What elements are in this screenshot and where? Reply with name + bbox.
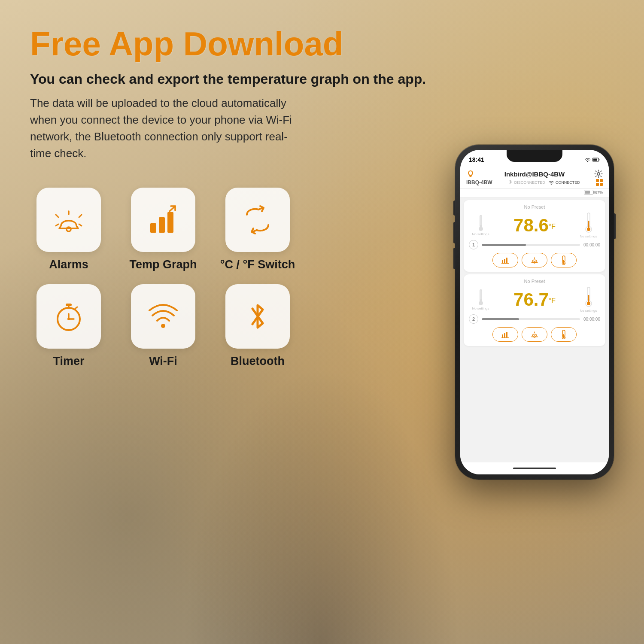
phone-outer: 18:41 <box>455 145 614 480</box>
probe-1-row: No settings 78.6°F <box>469 212 600 238</box>
probe-2-middle: 76.7°F <box>492 291 577 309</box>
svg-rect-48 <box>588 295 589 303</box>
battery-tip <box>593 191 595 194</box>
page-description: The data will be uploaded to the cloud a… <box>30 95 305 162</box>
feature-bluetooth: Bluetooth <box>219 284 296 368</box>
probe-2-right: No settings <box>577 286 600 313</box>
probe-2-unit: °F <box>549 297 556 304</box>
svg-rect-32 <box>502 260 503 263</box>
probe-1-chart-btn[interactable] <box>492 253 518 267</box>
phone-screen: 18:41 <box>460 150 609 474</box>
probe-1-preset: No Preset <box>469 204 600 210</box>
status-battery-icon <box>592 158 600 162</box>
probe-2-temperature: 76.7 <box>513 289 549 310</box>
wifi-label: Wi-Fi <box>149 355 177 368</box>
home-indicator <box>460 462 609 474</box>
grid-dot-3 <box>596 183 599 186</box>
probe-2-temp-btn[interactable] <box>551 327 577 342</box>
grid-dot-4 <box>600 183 603 186</box>
lightbulb-icon <box>466 170 475 178</box>
alarm-icon <box>52 203 86 237</box>
wifi-icon-box <box>131 284 195 349</box>
home-bar <box>513 468 556 469</box>
wifi-icon <box>146 299 180 334</box>
probe-2-temp-display: 76.7°F <box>513 291 556 309</box>
svg-point-24 <box>551 184 552 185</box>
battery-fill <box>585 191 590 194</box>
battery-display <box>584 190 593 194</box>
probe-1-temperature: 78.6 <box>513 215 549 235</box>
svg-rect-26 <box>480 216 481 225</box>
bluetooth-status: DISCONNECTED <box>508 180 545 185</box>
timer-icon-box <box>36 284 101 349</box>
alarms-label: Alarms <box>49 258 88 271</box>
phone-notch <box>507 150 562 162</box>
svg-rect-43 <box>480 290 481 300</box>
svg-rect-31 <box>588 221 589 228</box>
feature-alarms: Alarms <box>30 188 107 271</box>
thermometer-1-icon <box>585 212 592 234</box>
grid-view-icon[interactable] <box>596 179 603 186</box>
probe-1-temp-btn[interactable] <box>551 253 577 267</box>
probe-2-settings-right: No settings <box>580 309 597 313</box>
probe-1-middle: 78.6°F <box>492 216 577 234</box>
probe-1-temp-icon <box>561 255 567 265</box>
svg-rect-41 <box>563 260 564 263</box>
svg-rect-34 <box>506 258 507 263</box>
probe-1-card: No Preset No s <box>464 200 605 272</box>
probe-1-right: No settings <box>577 212 600 238</box>
svg-point-27 <box>479 227 483 231</box>
connection-status: DISCONNECTED CONNECTED <box>492 180 596 185</box>
status-wifi-icon <box>585 158 591 162</box>
probe-1-alarm-btn[interactable] <box>522 253 547 267</box>
status-icons <box>585 158 600 162</box>
wifi-status: CONNECTED <box>549 180 580 185</box>
grid-dot-2 <box>600 179 603 182</box>
svg-line-9 <box>170 206 175 211</box>
timer-icon <box>52 299 86 334</box>
bluetooth-status-icon <box>508 180 513 185</box>
probe-2-alarm-btn[interactable] <box>522 327 547 342</box>
svg-rect-33 <box>504 259 505 263</box>
svg-line-5 <box>79 224 82 226</box>
page-subtitle: You can check and export the temperature… <box>30 70 614 88</box>
phone-vol-up-button <box>453 222 455 243</box>
battery-percentage: 67% <box>595 190 603 194</box>
settings-icon[interactable] <box>594 170 603 178</box>
phone-silent-button <box>453 200 455 216</box>
probe-1-settings-right: No settings <box>580 234 597 238</box>
probe-2-actions <box>469 327 600 342</box>
probe-2-progress-row: 2 00:00:00 <box>469 314 600 324</box>
probe-2-chart-btn[interactable] <box>492 327 518 342</box>
probe-1-progress-row: 1 00:00:00 <box>469 240 600 249</box>
temp-graph-label: Temp Graph <box>129 258 197 271</box>
probe-2-chart-icon <box>501 331 509 338</box>
probe-1-chart-icon <box>501 257 509 264</box>
probe-2-alarm-icon <box>531 331 538 338</box>
phone-mockup: 18:41 <box>455 145 614 480</box>
svg-rect-6 <box>150 223 156 233</box>
probe-2-number: 2 <box>469 314 478 324</box>
temp-switch-icon-box <box>225 188 290 252</box>
svg-point-15 <box>67 318 70 320</box>
app-scroll-area[interactable]: No Preset No s <box>460 197 609 462</box>
features-grid: Alarms Temp Graph <box>30 179 296 368</box>
app-model: IBBQ-4BW <box>466 179 492 185</box>
thermometer-2-icon <box>585 286 592 308</box>
probe-1-unit: °F <box>549 223 556 230</box>
probe-1-actions <box>469 253 600 267</box>
svg-point-17 <box>161 324 165 328</box>
probe-1-progress-fill <box>482 244 526 246</box>
probe-1-icon <box>476 214 486 231</box>
bluetooth-label: Bluetooth <box>231 355 285 368</box>
probe-2-preset: No Preset <box>469 279 600 284</box>
temp-graph-icon-box <box>131 188 195 252</box>
timer-label: Timer <box>53 355 84 368</box>
svg-point-18 <box>587 161 588 162</box>
svg-rect-49 <box>502 334 503 337</box>
svg-line-16 <box>75 307 77 309</box>
wifi-status-text: CONNECTED <box>556 180 580 185</box>
feature-wifi: Wi-Fi <box>125 284 202 368</box>
chart-icon <box>146 203 180 237</box>
probe-1-temp-display: 78.6°F <box>513 216 556 234</box>
